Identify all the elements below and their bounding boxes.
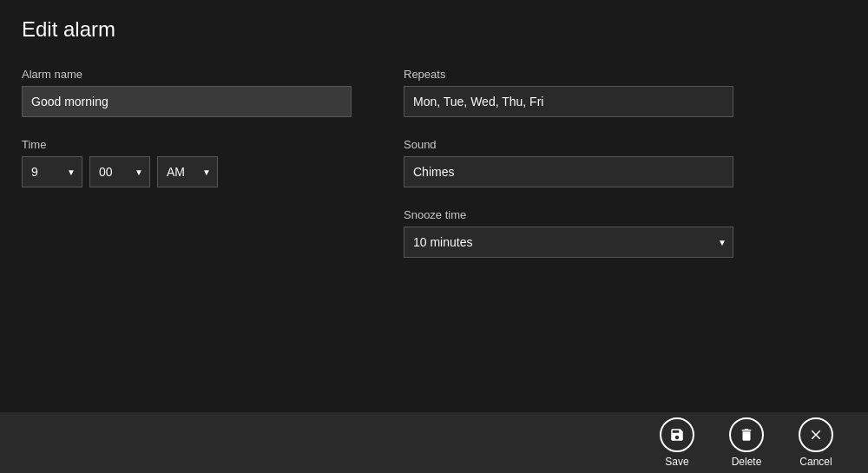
sound-display[interactable]: Chimes bbox=[404, 156, 733, 187]
right-column: Repeats Mon, Tue, Wed, Thu, Fri Sound Ch… bbox=[404, 68, 733, 279]
hour-select[interactable]: 9 10 11 12 1 2 3 4 5 6 7 8 bbox=[22, 156, 82, 187]
snooze-label: Snooze time bbox=[404, 208, 733, 221]
cancel-icon bbox=[799, 417, 833, 452]
minute-wrapper: 00 05 10 15 20 25 30 35 40 45 50 55 bbox=[89, 156, 150, 187]
left-column: Alarm name Time 9 10 11 12 1 2 3 bbox=[22, 68, 352, 279]
repeats-value: Mon, Tue, Wed, Thu, Fri bbox=[413, 95, 543, 108]
period-wrapper: AM PM ▼ bbox=[157, 156, 218, 187]
time-row: 9 10 11 12 1 2 3 4 5 6 7 8 bbox=[22, 156, 352, 187]
period-select[interactable]: AM PM bbox=[157, 156, 218, 187]
delete-button[interactable]: Delete bbox=[720, 413, 773, 472]
minute-select[interactable]: 00 05 10 15 20 25 30 35 40 45 50 55 bbox=[89, 156, 150, 187]
sound-group: Sound Chimes bbox=[404, 138, 733, 187]
sound-value: Chimes bbox=[413, 165, 454, 179]
hour-wrapper: 9 10 11 12 1 2 3 4 5 6 7 8 bbox=[22, 156, 82, 187]
alarm-name-group: Alarm name bbox=[22, 68, 352, 117]
repeats-label: Repeats bbox=[404, 68, 733, 81]
page-title: Edit alarm bbox=[22, 17, 846, 42]
cancel-label: Cancel bbox=[799, 456, 832, 468]
save-icon bbox=[660, 417, 694, 452]
snooze-wrapper: 5 minutes 10 minutes 15 minutes 20 minut… bbox=[404, 227, 733, 258]
form-layout: Alarm name Time 9 10 11 12 1 2 3 bbox=[22, 68, 846, 279]
snooze-group: Snooze time 5 minutes 10 minutes 15 minu… bbox=[404, 208, 733, 258]
repeats-group: Repeats Mon, Tue, Wed, Thu, Fri bbox=[404, 68, 733, 117]
time-group: Time 9 10 11 12 1 2 3 4 5 6 bbox=[22, 138, 352, 187]
snooze-select[interactable]: 5 minutes 10 minutes 15 minutes 20 minut… bbox=[404, 227, 733, 258]
save-button[interactable]: Save bbox=[651, 413, 703, 472]
time-label: Time bbox=[22, 138, 352, 151]
bottom-toolbar: Save Delete Cancel bbox=[0, 412, 868, 473]
delete-label: Delete bbox=[732, 456, 762, 468]
repeats-display[interactable]: Mon, Tue, Wed, Thu, Fri bbox=[404, 86, 733, 117]
alarm-name-label: Alarm name bbox=[22, 68, 352, 81]
save-label: Save bbox=[665, 456, 688, 468]
sound-label: Sound bbox=[404, 138, 733, 151]
main-content: Edit alarm Alarm name Time 9 10 11 12 bbox=[0, 0, 868, 412]
alarm-name-input[interactable] bbox=[22, 86, 352, 117]
cancel-button[interactable]: Cancel bbox=[790, 413, 842, 472]
delete-icon bbox=[729, 417, 764, 452]
